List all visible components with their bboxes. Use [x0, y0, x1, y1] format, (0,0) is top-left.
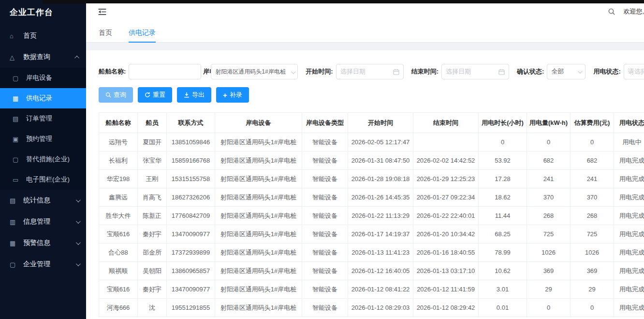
cell-crew: 王刚 — [138, 170, 167, 188]
cell-ship-name: 宝顺616 — [99, 280, 138, 299]
warning-icon: ▦ — [10, 240, 20, 247]
cell-cost: 0 — [571, 299, 614, 317]
sidebar-item-electronic-fence[interactable]: ▭ 电子围栏(企业) — [0, 169, 86, 190]
sidebar-item-label: 预约管理 — [26, 135, 52, 143]
cell-device-type: 智能设备 — [302, 243, 348, 262]
sidebar-item-reservation-management[interactable]: ▣ 预约管理 — [0, 129, 86, 149]
device-select-value: 射阳港区通用码头1#岸电桩 — [215, 68, 285, 76]
confirm-status-value: 全部 — [551, 67, 564, 76]
power-status-placeholder: 请选择 — [628, 67, 644, 76]
sidebar-item-enterprise-management[interactable]: ▢ 企业管理 — [0, 254, 86, 275]
sidebar: 企业工作台 ⌂ 首页 △ 数据查询 ▢ 岸电设备 ▦ 供电记录 — [0, 0, 86, 319]
column-header: 用电量(kW-h) — [527, 113, 571, 133]
chevron-down-icon — [76, 219, 81, 224]
cell-end-time — [413, 133, 479, 152]
power-status-select[interactable]: 请选择 — [624, 64, 644, 79]
tab-home[interactable]: 首页 — [99, 23, 112, 43]
sidebar-item-shore-devices[interactable]: ▢ 岸电设备 — [0, 68, 86, 88]
start-date-picker[interactable]: 选择日期 — [336, 64, 404, 79]
cell-device: 射阳港区通用码头1#岸电桩 — [215, 280, 302, 299]
content-divider-band — [86, 43, 644, 50]
cell-consumption: 682 — [527, 152, 571, 170]
cell-cost: 682 — [571, 152, 614, 170]
sidebar-collapse-button[interactable] — [98, 8, 107, 15]
sidebar-item-warning-info[interactable]: ▦ 预警信息 — [0, 232, 86, 254]
start-date-placeholder: 选择日期 — [340, 67, 366, 76]
sidebar-item-statistics[interactable]: ▤ 统计信息 — [0, 190, 86, 211]
end-date-picker[interactable]: 选择日期 — [441, 64, 509, 79]
chevron-up-icon — [74, 55, 79, 60]
app-title: 企业工作台 — [0, 0, 86, 25]
ship-name-input[interactable] — [133, 64, 197, 79]
column-header: 岸电设备 — [215, 113, 302, 133]
cell-contact: 15859166768 — [167, 152, 215, 170]
sidebar-item-data-query[interactable]: △ 数据查询 — [0, 46, 86, 68]
ship-name-label: 船舶名称: — [99, 67, 126, 76]
main-area: 欢迎您, 首页 供电记录 船舶名称: 岸电设备: 射阳港区通用码头1#岸电桩 开… — [86, 0, 644, 319]
search-icon[interactable] — [608, 8, 615, 15]
cell-crew: 肖高飞 — [138, 188, 167, 207]
cell-cost: 370 — [571, 188, 614, 207]
sidebar-item-label: 替代措施(企业) — [26, 155, 70, 164]
measures-icon: ▢ — [13, 156, 23, 163]
confirm-status-select[interactable]: 全部 — [547, 64, 585, 79]
query-button[interactable]: 查询 — [99, 87, 133, 103]
cell-consumption: 1026 — [527, 243, 571, 262]
cell-end-time: 2026-01-12 08:29:42 — [413, 299, 479, 317]
cell-start-time: 2026-01-13 11:41:23 — [348, 243, 413, 262]
cell-duration: 11.44 — [479, 207, 527, 225]
sidebar-item-alternative-measures[interactable]: ▢ 替代措施(企业) — [0, 149, 86, 169]
cell-start-time: 2026-01-12 08:41:22 — [348, 280, 413, 299]
tab-bar: 首页 供电记录 — [86, 23, 644, 43]
reset-button[interactable]: 重置 — [138, 87, 172, 103]
table-row: 宝顺616 秦好宇 13470090977 射阳港区通用码头1#岸电桩 智能设备… — [99, 280, 644, 299]
cell-start-time: 2026-01-17 14:19:37 — [348, 225, 413, 243]
sidebar-item-label: 首页 — [23, 31, 37, 40]
power-status-label: 用电状态: — [593, 67, 620, 76]
export-button[interactable]: 导出 — [177, 87, 211, 103]
export-button-label: 导出 — [192, 91, 205, 99]
cell-ship-name: 宝顺616 — [99, 225, 138, 243]
supplement-button-label: 补录 — [230, 91, 242, 99]
start-time-label: 开始时间: — [306, 67, 333, 76]
sidebar-item-home[interactable]: ⌂ 首页 — [0, 25, 86, 46]
cell-contact: 13470090977 — [167, 280, 215, 299]
cell-cost: 29 — [571, 280, 614, 299]
cell-start-time: 2026-01-28 19:08:18 — [348, 170, 413, 188]
filter-bar: 船舶名称: 岸电设备: 射阳港区通用码头1#岸电桩 开始时间: 选择日期 — [99, 64, 644, 79]
tab-power-records[interactable]: 供电记录 — [129, 23, 156, 43]
supplement-button[interactable]: + 补录 — [216, 87, 249, 103]
cell-duration: 17.28 — [479, 170, 527, 188]
confirm-status-label: 确认状态: — [517, 67, 544, 76]
cell-device-type: 智能设备 — [302, 280, 348, 299]
cell-duration: 0 — [479, 133, 527, 152]
column-header: 用电时长(小时) — [479, 113, 527, 133]
sidebar-item-label: 电子围栏(企业) — [26, 175, 70, 184]
cell-status: 用电完成 — [614, 207, 644, 225]
column-header: 联系方式 — [167, 113, 215, 133]
data-query-submenu: ▢ 岸电设备 ▦ 供电记录 ▤ 订单管理 ▣ 预约管理 ▢ 替代措施(企业) — [0, 68, 86, 190]
sidebar-item-information-management[interactable]: ▥ 信息管理 — [0, 211, 86, 232]
cell-device-type: 智能设备 — [302, 262, 348, 280]
cell-device-type: 智能设备 — [302, 133, 348, 152]
query-button-label: 查询 — [114, 91, 126, 99]
table-header-row: 船舶名称船员联系方式岸电设备岸电设备类型开始时间结束时间用电时长(小时)用电量(… — [99, 113, 644, 133]
cell-start-time: 2026-01-12 16:40:05 — [348, 262, 413, 280]
column-header: 结束时间 — [413, 113, 479, 133]
cell-contact: 18627326206 — [167, 188, 215, 207]
chevron-down-icon — [578, 69, 583, 74]
refresh-icon — [145, 92, 150, 98]
device-select[interactable]: 射阳港区通用码头1#岸电桩 — [211, 64, 298, 79]
cell-end-time: 2026-01-20 10:34:42 — [413, 225, 479, 243]
cell-status: 用电完成 — [614, 170, 644, 188]
cell-consumption: 725 — [527, 225, 571, 243]
cell-consumption: 29 — [527, 280, 571, 299]
sidebar-item-order-management[interactable]: ▤ 订单管理 — [0, 108, 86, 129]
cell-device-type: 智能设备 — [302, 225, 348, 243]
cell-end-time: 2026-01-29 12:25:23 — [413, 170, 479, 188]
cell-consumption: 0 — [527, 133, 571, 152]
home-icon: ⌂ — [10, 32, 20, 40]
sidebar-item-power-records[interactable]: ▦ 供电记录 — [0, 88, 86, 108]
statistics-icon: ▤ — [10, 197, 20, 204]
reservation-icon: ▣ — [13, 136, 23, 143]
